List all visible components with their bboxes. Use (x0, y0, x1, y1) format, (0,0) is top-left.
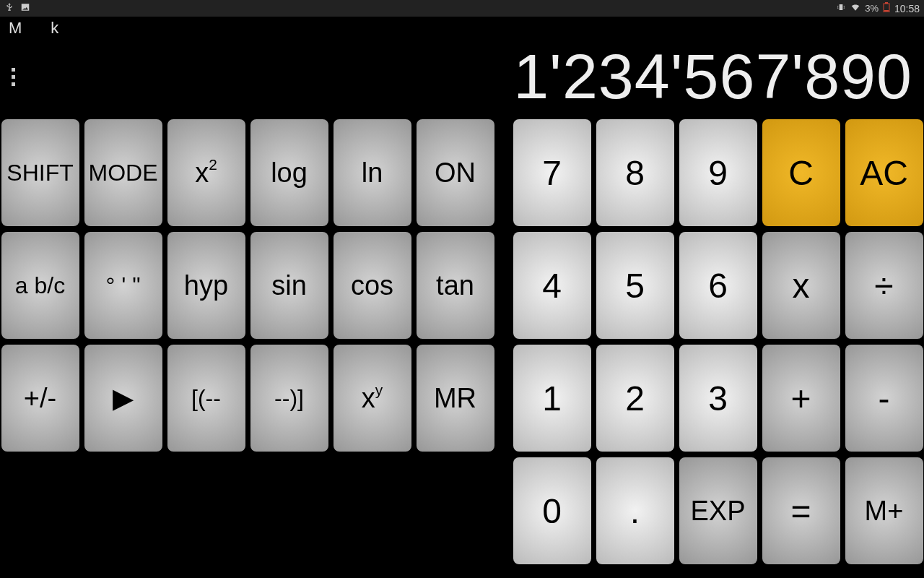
equals-button[interactable]: = (762, 457, 840, 564)
digit-3-button[interactable]: 3 (679, 345, 757, 452)
wifi-icon (850, 2, 860, 14)
clear-button[interactable]: C (762, 119, 840, 226)
vibrate-icon (836, 2, 846, 14)
digit-9-button[interactable]: 9 (679, 119, 757, 226)
svg-rect-2 (884, 10, 889, 12)
tan-button[interactable]: tan (417, 232, 494, 339)
multiply-button[interactable]: x (762, 232, 840, 339)
fraction-button[interactable]: a b/c (1, 232, 79, 339)
k-indicator: k (51, 19, 58, 38)
sin-button[interactable]: sin (250, 232, 328, 339)
battery-percent: 3% (865, 3, 879, 14)
picture-icon (20, 2, 30, 14)
display-indicators: M k (0, 17, 924, 40)
paren-close-button[interactable]: --)] (250, 345, 328, 452)
digit-5-button[interactable]: 5 (596, 232, 674, 339)
dms-button[interactable]: ° ' " (84, 232, 162, 339)
log-button[interactable]: log (250, 119, 328, 226)
x-squared-button[interactable]: x2 (167, 119, 245, 226)
mode-button[interactable]: MODE (84, 119, 162, 226)
digit-2-button[interactable]: 2 (596, 345, 674, 452)
decimal-button[interactable]: . (596, 457, 674, 564)
digit-4-button[interactable]: 4 (513, 232, 591, 339)
shift-button[interactable]: SHIFT (1, 119, 79, 226)
paren-open-button[interactable]: [(-- (167, 345, 245, 452)
on-button[interactable]: ON (417, 119, 494, 226)
android-status-bar: 3% 10:58 (0, 0, 924, 17)
keypad: SHIFT MODE x2 log ln ON 7 8 9 C AC a b/c… (0, 119, 924, 564)
plus-minus-button[interactable]: +/- (1, 345, 79, 452)
memory-recall-button[interactable]: MR (417, 345, 494, 452)
display-value: 1'234'567'890 (30, 40, 915, 113)
all-clear-button[interactable]: AC (845, 119, 923, 226)
cos-button[interactable]: cos (334, 232, 411, 339)
ln-button[interactable]: ln (334, 119, 411, 226)
memory-plus-button[interactable]: M+ (845, 457, 923, 564)
memory-indicator: M (9, 19, 22, 38)
svg-rect-1 (885, 2, 888, 4)
usb-icon (4, 2, 14, 14)
digit-7-button[interactable]: 7 (513, 119, 591, 226)
x-power-y-button[interactable]: xy (334, 345, 411, 452)
hyp-button[interactable]: hyp (167, 232, 245, 339)
divide-button[interactable]: ÷ (845, 232, 923, 339)
play-button[interactable]: ▶ (84, 345, 162, 452)
plus-button[interactable]: + (762, 345, 840, 452)
exp-button[interactable]: EXP (679, 457, 757, 564)
minus-button[interactable]: - (845, 345, 923, 452)
digit-0-button[interactable]: 0 (513, 457, 591, 564)
digit-6-button[interactable]: 6 (679, 232, 757, 339)
menu-icon[interactable] (9, 68, 30, 86)
clock: 10:58 (894, 3, 920, 14)
battery-icon (883, 2, 890, 14)
digit-1-button[interactable]: 1 (513, 345, 591, 452)
digit-8-button[interactable]: 8 (596, 119, 674, 226)
